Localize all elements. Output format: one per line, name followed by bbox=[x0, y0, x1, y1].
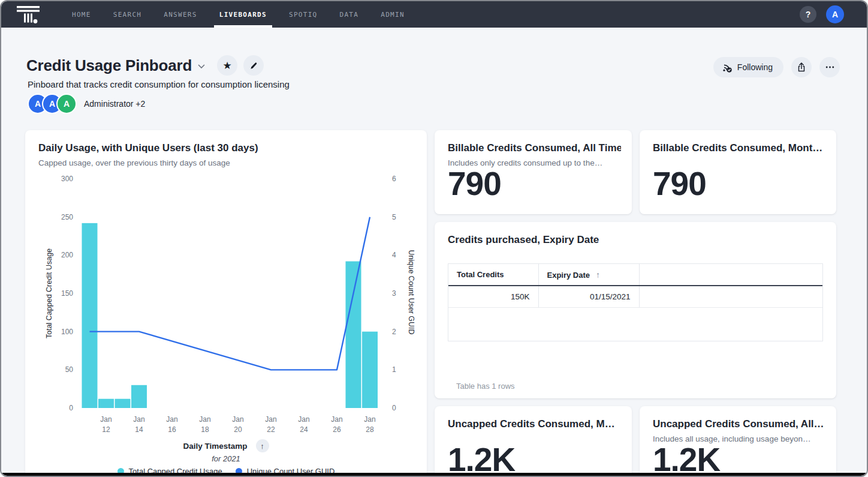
kpi-value: 790 bbox=[653, 167, 706, 200]
column-header-label: Total Credits bbox=[457, 270, 504, 279]
svg-text:Unique Count User GUID: Unique Count User GUID bbox=[407, 250, 415, 334]
combo-chart-canvas[interactable]: 0501001502002503000123456Jan12Jan14Jan16… bbox=[25, 130, 427, 436]
nav-item-search[interactable]: SEARCH bbox=[113, 1, 142, 28]
ellipsis-icon bbox=[825, 62, 835, 72]
svg-text:Jan: Jan bbox=[364, 415, 375, 424]
help-button[interactable]: ? bbox=[800, 6, 816, 23]
kpi-card-billable-all-time: Billable Credits Consumed, All Time Incl… bbox=[435, 130, 632, 214]
page-description: Pinboard that tracks credit consumption … bbox=[28, 79, 290, 89]
table-head: Total CreditsExpiry Date↑ bbox=[448, 264, 822, 286]
column-header-empty bbox=[639, 264, 822, 286]
svg-text:200: 200 bbox=[61, 251, 73, 259]
user-avatar[interactable]: A bbox=[826, 5, 844, 23]
top-nav: HOMESEARCHANSWERSLIVEBOARDSSPOTIQDATAADM… bbox=[1, 1, 867, 28]
pencil-icon bbox=[249, 61, 258, 70]
kpi-value: 1.2K bbox=[653, 443, 720, 476]
author-avatar[interactable]: A bbox=[56, 94, 77, 114]
nav-item-liveboards[interactable]: LIVEBOARDS bbox=[219, 1, 267, 28]
svg-text:16: 16 bbox=[168, 425, 176, 434]
chart-card-daily-usage: Daily Usage, with Unique Users (last 30 … bbox=[25, 130, 427, 477]
nav-item-answers[interactable]: ANSWERS bbox=[164, 1, 197, 28]
table-cell bbox=[639, 286, 822, 307]
table-row[interactable]: 150K01/15/2021 bbox=[448, 286, 822, 307]
svg-text:Jan: Jan bbox=[166, 415, 177, 424]
help-label: ? bbox=[806, 10, 811, 19]
svg-text:14: 14 bbox=[135, 425, 143, 434]
authors-row: AAA Administrator +2 bbox=[28, 94, 145, 114]
table-cell: 150K bbox=[448, 286, 538, 307]
liveboard-page: Credit Usage Pinboard ★ Pinboard that tr… bbox=[1, 28, 867, 476]
table-card-credits-purchased: Credits purchased, Expiry Date Total Cre… bbox=[435, 222, 836, 398]
svg-text:28: 28 bbox=[366, 425, 374, 434]
svg-text:250: 250 bbox=[61, 213, 73, 221]
svg-text:4: 4 bbox=[392, 251, 396, 259]
svg-text:150: 150 bbox=[61, 289, 73, 298]
svg-text:Jan: Jan bbox=[232, 415, 243, 424]
more-options-button[interactable] bbox=[819, 57, 840, 77]
kpi-title: Billable Credits Consumed, All Time bbox=[448, 142, 621, 154]
x-axis-sort-button[interactable]: ↑ bbox=[256, 439, 269, 452]
thoughtspot-logo-icon[interactable] bbox=[16, 4, 41, 25]
svg-text:300: 300 bbox=[61, 175, 73, 183]
svg-text:5: 5 bbox=[392, 213, 396, 221]
nav-item-spotiq[interactable]: SPOTIQ bbox=[289, 1, 318, 28]
nav-right-controls: ? A bbox=[800, 1, 844, 28]
column-header-total-credits[interactable]: Total Credits bbox=[448, 264, 538, 286]
svg-text:20: 20 bbox=[234, 425, 242, 434]
x-axis-title: Daily Timestamp bbox=[183, 442, 247, 451]
svg-text:Jan: Jan bbox=[199, 415, 210, 424]
svg-text:Jan: Jan bbox=[331, 415, 342, 424]
svg-text:1: 1 bbox=[392, 365, 396, 374]
kpi-card-uncapped-month: Uncapped Credits Consumed, M… 1.2K bbox=[435, 406, 632, 477]
svg-text:100: 100 bbox=[61, 328, 73, 336]
table-cell: 01/15/2021 bbox=[538, 286, 639, 307]
svg-text:22: 22 bbox=[267, 425, 275, 434]
author-avatars: AAA bbox=[28, 94, 71, 114]
liveboard-actions: Following bbox=[713, 57, 840, 77]
nav-item-admin[interactable]: ADMIN bbox=[381, 1, 405, 28]
kpi-card-billable-month: Billable Credits Consumed, Mont… 790 bbox=[640, 130, 836, 214]
kpi-title: Uncapped Credits Consumed, M… bbox=[448, 418, 621, 430]
credits-table-box: Total CreditsExpiry Date↑ 150K01/15/2021 bbox=[448, 263, 823, 341]
column-header-label: Expiry Date bbox=[547, 271, 590, 280]
page-title[interactable]: Credit Usage Pinboard bbox=[26, 56, 192, 75]
table-title: Credits purchased, Expiry Date bbox=[448, 234, 825, 246]
app-window: HOMESEARCHANSWERSLIVEBOARDSSPOTIQDATAADM… bbox=[0, 0, 868, 477]
credits-table: Total CreditsExpiry Date↑ 150K01/15/2021 bbox=[448, 264, 822, 308]
kpi-title: Uncapped Credits Consumed, All… bbox=[653, 418, 825, 430]
user-avatar-label: A bbox=[832, 10, 838, 19]
svg-text:12: 12 bbox=[102, 425, 110, 434]
svg-text:26: 26 bbox=[333, 425, 341, 434]
nav-item-home[interactable]: HOME bbox=[72, 1, 91, 28]
svg-text:0: 0 bbox=[69, 404, 73, 412]
svg-text:18: 18 bbox=[201, 425, 209, 434]
kpi-value: 790 bbox=[448, 167, 501, 200]
svg-text:24: 24 bbox=[300, 425, 308, 434]
svg-text:6: 6 bbox=[392, 175, 396, 183]
following-icon bbox=[722, 62, 732, 73]
table-body: 150K01/15/2021 bbox=[448, 286, 822, 307]
primary-nav: HOMESEARCHANSWERSLIVEBOARDSSPOTIQDATAADM… bbox=[72, 1, 405, 28]
sort-asc-icon: ↑ bbox=[596, 270, 600, 280]
svg-text:Jan: Jan bbox=[265, 415, 276, 424]
authors-label: Administrator +2 bbox=[84, 99, 145, 109]
svg-text:Jan: Jan bbox=[298, 415, 309, 424]
nav-item-data[interactable]: DATA bbox=[340, 1, 359, 28]
svg-text:50: 50 bbox=[65, 365, 74, 374]
kpi-title: Billable Credits Consumed, Mont… bbox=[653, 142, 825, 154]
following-label: Following bbox=[737, 62, 773, 72]
column-header-expiry-date[interactable]: Expiry Date↑ bbox=[538, 264, 639, 286]
svg-text:2: 2 bbox=[392, 328, 396, 336]
kpi-card-uncapped-all-time: Uncapped Credits Consumed, All… Includes… bbox=[640, 406, 836, 477]
share-icon bbox=[796, 62, 807, 73]
edit-button[interactable] bbox=[243, 55, 264, 76]
x-axis-sublabel: for 2021 bbox=[25, 454, 427, 463]
following-button[interactable]: Following bbox=[713, 57, 783, 77]
kpi-value: 1.2K bbox=[448, 443, 515, 476]
page-title-row: Credit Usage Pinboard ★ bbox=[26, 55, 264, 76]
table-row-count: Table has 1 rows bbox=[456, 382, 515, 391]
favorite-button[interactable]: ★ bbox=[217, 55, 237, 76]
svg-text:Jan: Jan bbox=[100, 415, 111, 424]
share-button[interactable] bbox=[791, 57, 812, 77]
title-menu-caret-icon[interactable] bbox=[198, 64, 205, 69]
